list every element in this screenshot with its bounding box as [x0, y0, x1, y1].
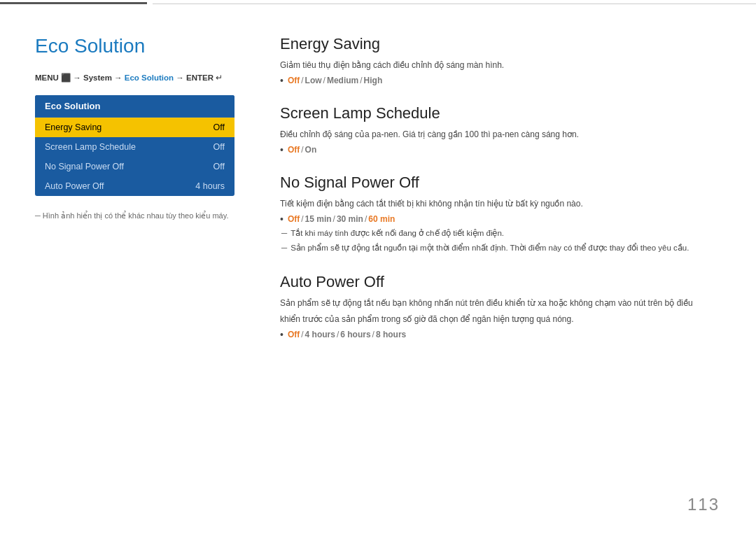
energy-saving-title: Energy Saving	[280, 35, 721, 53]
menu-item-auto-power[interactable]: Auto Power Off 4 hours	[35, 176, 234, 196]
eco-solution-menu: Eco Solution Energy Saving Off Screen La…	[35, 95, 234, 196]
menu-item-no-signal[interactable]: No Signal Power Off Off	[35, 157, 234, 176]
left-panel: Eco Solution MENU ⬛ → System → Eco Solut…	[35, 28, 266, 513]
eco-menu-header: Eco Solution	[35, 95, 234, 118]
opt-4hours: 4 hours	[305, 330, 335, 339]
auto-power-options: • Off / 4 hours / 6 hours / 8 hours	[280, 329, 721, 340]
no-signal-title: No Signal Power Off	[280, 174, 721, 192]
no-signal-desc: Tiết kiệm điện bằng cách tắt thiết bị kh…	[280, 197, 721, 210]
auto-power-title: Auto Power Off	[280, 273, 721, 291]
bullet-icon: •	[280, 329, 284, 340]
opt-high: High	[364, 76, 383, 85]
bullet-icon: •	[280, 213, 284, 225]
opt-6hours: 6 hours	[340, 330, 370, 339]
auto-power-desc2: khiển trước của sản phẩm trong số giờ đã…	[280, 313, 721, 325]
section-energy-saving: Energy Saving Giảm tiêu thụ điện bằng cá…	[280, 35, 721, 86]
energy-saving-options: • Off / Low / Medium / High	[280, 75, 721, 86]
top-decorative-lines	[0, 0, 756, 4]
opt-off: Off	[288, 76, 300, 85]
menu-path: MENU ⬛ → System → Eco Solution → ENTER ↵	[35, 73, 245, 83]
bullet-icon: •	[280, 144, 284, 155]
menu-item-no-signal-label: No Signal Power Off	[45, 162, 124, 171]
opt-8hours: 8 hours	[376, 330, 406, 339]
section-auto-power: Auto Power Off Sản phẩm sẽ tự động tắt n…	[280, 273, 721, 340]
screen-lamp-title: Screen Lamp Schedule	[280, 104, 721, 122]
menu-item-auto-power-value: 4 hours	[195, 181, 225, 191]
menu-item-screen-lamp[interactable]: Screen Lamp Schedule Off	[35, 137, 234, 157]
menu-item-energy-saving[interactable]: Energy Saving Off	[35, 118, 234, 137]
menu-item-screen-lamp-value: Off	[214, 142, 225, 152]
opt-60min: 60 min	[368, 214, 395, 224]
screen-lamp-desc: Điều chỉnh độ sáng của pa-nen. Giá trị c…	[280, 128, 721, 141]
section-screen-lamp: Screen Lamp Schedule Điều chỉnh độ sáng …	[280, 104, 721, 155]
screen-lamp-options: • Off / On	[280, 144, 721, 155]
opt-off: Off	[288, 330, 300, 339]
opt-15min: 15 min	[305, 214, 332, 224]
footnote: Hình ảnh hiển thị có thể khác nhau tùy t…	[35, 211, 245, 220]
page-number: 113	[687, 495, 720, 514]
no-signal-note2: Sản phẩm sẽ tự động tắt nguồn tại một th…	[280, 242, 721, 254]
top-line-left	[0, 2, 147, 4]
opt-off: Off	[288, 145, 300, 155]
top-line-right	[153, 3, 756, 4]
menu-item-auto-power-label: Auto Power Off	[45, 181, 104, 191]
section-no-signal: No Signal Power Off Tiết kiệm điện bằng …	[280, 174, 721, 255]
no-signal-note1: Tắt khi máy tính được kết nối đang ở chế…	[280, 227, 721, 239]
opt-30min: 30 min	[337, 214, 363, 224]
page-title: Eco Solution	[35, 35, 245, 57]
no-signal-options: • Off / 15 min / 30 min / 60 min	[280, 213, 721, 225]
menu-path-text: MENU	[35, 73, 59, 82]
menu-item-no-signal-value: Off	[214, 162, 225, 171]
menu-item-energy-saving-value: Off	[214, 122, 225, 132]
right-panel: Energy Saving Giảm tiêu thụ điện bằng cá…	[266, 28, 721, 513]
opt-off: Off	[288, 214, 300, 224]
bullet-icon: •	[280, 75, 284, 86]
opt-on: On	[305, 145, 317, 155]
menu-item-screen-lamp-label: Screen Lamp Schedule	[45, 142, 136, 152]
energy-saving-desc: Giảm tiêu thụ điện bằng cách điều chỉnh …	[280, 59, 721, 71]
opt-low: Low	[305, 76, 322, 85]
auto-power-desc1: Sản phẩm sẽ tự động tắt nếu bạn không nh…	[280, 297, 721, 309]
opt-medium: Medium	[327, 76, 358, 85]
menu-item-energy-saving-label: Energy Saving	[45, 122, 102, 132]
